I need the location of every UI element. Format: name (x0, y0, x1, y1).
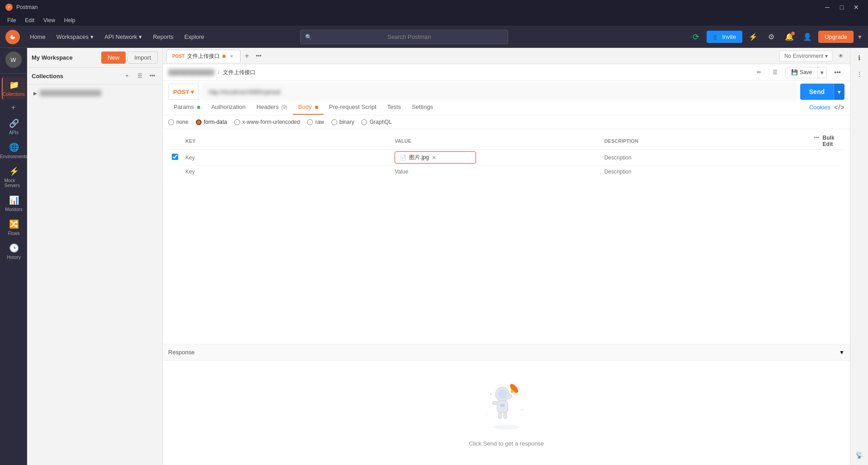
add-collection-button[interactable]: + (7, 101, 20, 114)
code-view-icon-button[interactable]: </> (834, 103, 844, 112)
svg-point-6 (498, 390, 507, 399)
tab-close-button[interactable]: ✕ (228, 53, 235, 59)
sidebar-item-monitors[interactable]: 📊 Monitors (2, 193, 25, 215)
save-icon: 💾 (791, 69, 798, 75)
app-logo: P (5, 4, 13, 11)
tab-body[interactable]: Body (293, 100, 324, 115)
save-dropdown-button[interactable]: ▾ (817, 67, 826, 78)
empty-value-field[interactable] (395, 169, 604, 175)
save-main-button[interactable]: 💾 Save (786, 67, 817, 77)
upgrade-arrow-icon[interactable]: ▼ (857, 34, 863, 40)
close-button[interactable]: ✕ (850, 2, 863, 12)
app-title: Postman (16, 4, 38, 10)
nav-explore[interactable]: Explore (180, 32, 209, 42)
menu-edit[interactable]: Edit (21, 16, 38, 24)
sidebar-item-environments[interactable]: 🌐 Environments (2, 140, 25, 162)
import-button[interactable]: Import (127, 52, 158, 64)
edit-pencil-button[interactable]: ✏ (753, 66, 765, 79)
chip-close-button[interactable]: ✕ (432, 155, 436, 161)
tab-file-upload[interactable]: POST 文件上传接口 ✕ (166, 50, 241, 62)
navbar-right: ⟳ 👥 Invite ⚡ ⚙ 🔔 👤 Upgrade ▼ (689, 30, 863, 44)
svg-point-14 (521, 409, 523, 410)
search-bar[interactable]: 🔍 Search Postman (300, 30, 508, 44)
radio-raw[interactable]: raw (307, 119, 324, 125)
info-icon-button[interactable]: ℹ (853, 52, 866, 64)
nav-workspaces[interactable]: Workspaces ▾ (52, 32, 98, 42)
satellite-icon-button[interactable]: 📡 (853, 449, 866, 461)
row-checkbox[interactable] (172, 154, 178, 160)
filter-icon-button[interactable]: ☰ (134, 70, 145, 81)
sidebar-item-mock-servers[interactable]: ⚡ Mock Servers (2, 164, 25, 191)
collection-name: ████████████████ (40, 90, 101, 96)
radio-graphql[interactable]: GraphQL (361, 119, 392, 125)
collections-heading: Collections (32, 73, 63, 80)
description-field[interactable] (604, 155, 814, 161)
avatar-icon-button[interactable]: 👤 (800, 30, 815, 44)
invite-icon: 👥 (713, 33, 720, 40)
svg-point-15 (486, 413, 487, 414)
tab-tests[interactable]: Tests (382, 100, 406, 115)
more-options-icon-button[interactable]: ••• (147, 70, 158, 81)
navbar: Home Workspaces ▾ API Network ▾ Reports … (0, 26, 868, 48)
bulk-edit-button[interactable]: Bulk Edit (823, 135, 841, 147)
edit-description-button[interactable]: ☰ (769, 66, 782, 79)
lightning-icon-button[interactable]: ⚡ (746, 30, 760, 44)
menubar: File Edit View Help (0, 14, 868, 26)
nav-reports[interactable]: Reports (148, 32, 178, 42)
environment-eye-button[interactable]: 👁 (835, 51, 846, 61)
settings-icon-button[interactable]: ⚙ (764, 30, 778, 44)
new-button[interactable]: New (101, 52, 126, 64)
invite-button[interactable]: 👥 Invite (707, 31, 742, 43)
cookies-link[interactable]: Cookies (809, 104, 830, 111)
method-select[interactable]: POST ▾ (168, 84, 199, 100)
empty-desc-field[interactable] (604, 169, 814, 175)
params-dot (197, 106, 200, 109)
environments-icon: 🌐 (9, 142, 19, 152)
notifications-icon-button[interactable]: 🔔 (782, 30, 797, 44)
nav-home[interactable]: Home (25, 32, 50, 42)
sidebar-item-collections[interactable]: 📁 Collections (2, 77, 25, 99)
file-icon: 📄 (400, 155, 406, 161)
send-button[interactable]: Send (800, 84, 834, 100)
tab-pre-request-script[interactable]: Pre-request Script (324, 100, 382, 115)
minimize-button[interactable]: ─ (821, 2, 834, 12)
environment-selector[interactable]: No Environment ▾ (779, 51, 833, 61)
url-input[interactable] (203, 84, 796, 100)
sidebar-item-flows[interactable]: 🔀 Flows (2, 216, 25, 239)
send-dropdown-button[interactable]: ▾ (834, 84, 844, 100)
response-area: Response ▼ (163, 344, 850, 465)
radio-none[interactable]: none (168, 119, 189, 125)
tab-headers[interactable]: Headers (9) (251, 100, 292, 115)
radio-urlencoded[interactable]: x-www-form-urlencoded (234, 119, 300, 125)
menu-help[interactable]: Help (61, 16, 79, 24)
postman-logo (5, 30, 20, 44)
tab-settings[interactable]: Settings (406, 100, 439, 115)
mock-servers-icon: ⚡ (9, 166, 19, 176)
add-collection-plus-button[interactable]: + (122, 70, 132, 81)
monitors-icon: 📊 (9, 195, 19, 205)
main-layout: W 📁 Collections + 🔗 APIs 🌐 Environments … (0, 48, 868, 465)
empty-key-field[interactable] (185, 169, 395, 175)
astronaut-illustration (479, 379, 533, 433)
more-options-button[interactable]: ••• (830, 67, 844, 78)
list-item[interactable]: ▶ ████████████████ (31, 88, 159, 98)
key-field[interactable] (185, 155, 395, 161)
radio-form-data[interactable]: form-data (196, 119, 227, 125)
tab-authorization[interactable]: Authorization (206, 100, 251, 115)
breadcrumb-current: 文件上传接口 (223, 69, 255, 76)
menu-view[interactable]: View (40, 16, 59, 24)
add-tab-button[interactable]: + (241, 51, 252, 61)
upgrade-button[interactable]: Upgrade (818, 31, 854, 43)
sidebar-item-apis[interactable]: 🔗 APIs (2, 116, 25, 138)
menu-file[interactable]: File (4, 16, 19, 24)
tab-params[interactable]: Params (168, 100, 206, 115)
more-icon[interactable]: ••• (814, 135, 819, 147)
right-panel-more-button[interactable]: ⋮ (853, 68, 866, 80)
response-header[interactable]: Response ▼ (163, 344, 850, 361)
nav-api-network[interactable]: API Network ▾ (100, 32, 146, 42)
radio-binary[interactable]: binary (331, 119, 354, 125)
sidebar-item-history[interactable]: 🕒 History (2, 240, 25, 263)
sync-icon-button[interactable]: ⟳ (689, 30, 703, 44)
maximize-button[interactable]: □ (835, 2, 848, 12)
more-tabs-button[interactable]: ••• (253, 51, 264, 61)
